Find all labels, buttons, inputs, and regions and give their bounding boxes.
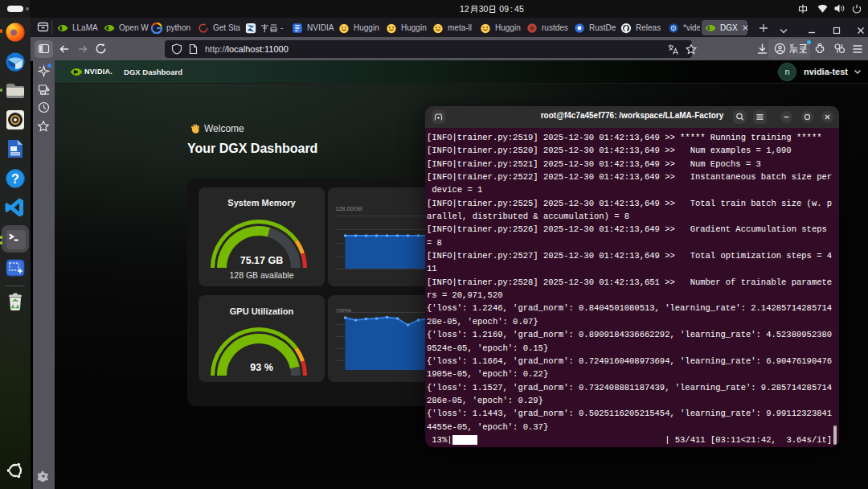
svg-text:?: ?: [11, 172, 19, 186]
svg-text:100%: 100%: [336, 307, 352, 314]
svg-text:128.00GB: 128.00GB: [335, 205, 362, 212]
